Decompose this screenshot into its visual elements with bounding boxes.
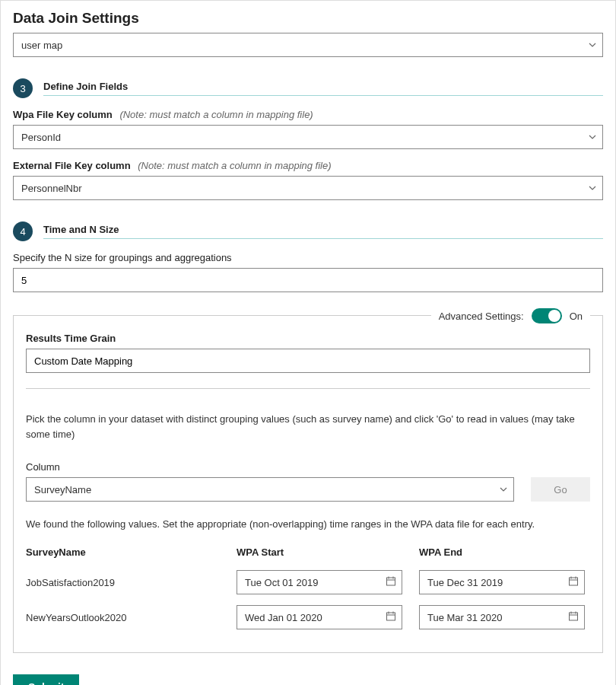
external-key-field-block: External File Key column (Note: must mat… — [13, 160, 603, 200]
wpa-key-label: Wpa File Key column (Note: must match a … — [13, 109, 603, 120]
step-4-badge: 4 — [13, 221, 33, 241]
column-instructions: Pick the column in your dataset with dis… — [26, 412, 590, 441]
toggle-state-label: On — [570, 311, 583, 322]
wpa-key-note: (Note: must match a column in mapping fi… — [119, 109, 313, 120]
row-name: JobSatisfaction2019 — [26, 577, 220, 588]
toggle-knob — [548, 310, 560, 322]
nsize-field-block: Specify the N size for groupings and agg… — [13, 252, 603, 292]
table-row: JobSatisfaction2019 Tue Oct 01 2019 — [26, 570, 590, 594]
external-key-value: PersonnelNbr — [21, 183, 82, 194]
found-values-text: We found the following values. Set the a… — [26, 518, 590, 530]
advanced-settings-toggle[interactable] — [532, 308, 562, 323]
wpa-key-select[interactable]: PersonId — [13, 125, 603, 149]
table-row: NewYearsOutlook2020 Wed Jan 01 2020 — [26, 605, 590, 629]
wpa-end-date-picker[interactable]: Tue Mar 31 2020 — [419, 605, 585, 629]
external-key-select[interactable]: PersonnelNbr — [13, 176, 603, 200]
submit-button[interactable]: Submit — [13, 674, 79, 685]
th-wpa-end: WPA End — [419, 546, 585, 558]
column-mapping-subpanel: Pick the column in your dataset with dis… — [26, 388, 590, 629]
step-3-title: Define Join Fields — [43, 81, 128, 92]
step-3-badge: 3 — [13, 78, 33, 98]
external-key-note: (Note: must match a column in mapping fi… — [138, 160, 331, 171]
wpa-start-value: Tue Oct 01 2019 — [245, 577, 318, 588]
wpa-end-date-picker[interactable]: Tue Dec 31 2019 — [419, 570, 585, 594]
step-4-header: 4 Time and N Size — [13, 221, 603, 241]
wpa-end-value: Tue Mar 31 2020 — [427, 612, 503, 623]
column-select[interactable]: SurveyName — [26, 477, 514, 502]
go-button[interactable]: Go — [531, 477, 590, 502]
top-mapping-value: user map — [21, 40, 62, 51]
step-3-header: 3 Define Join Fields — [13, 78, 603, 98]
date-mapping-table: SurveyName WPA Start WPA End JobSatisfac… — [26, 546, 590, 629]
external-key-label-text: External File Key column — [13, 160, 131, 171]
column-label: Column — [26, 461, 514, 473]
results-time-grain-input[interactable] — [26, 349, 590, 373]
wpa-start-date-picker[interactable]: Wed Jan 01 2020 — [237, 605, 402, 629]
results-time-grain-label: Results Time Grain — [26, 333, 590, 344]
advanced-settings-panel: Advanced Settings: On Results Time Grain… — [13, 315, 603, 653]
advanced-settings-legend: Advanced Settings: On — [431, 308, 590, 323]
wpa-end-value: Tue Dec 31 2019 — [427, 577, 503, 588]
page-title: Data Join Settings — [13, 10, 603, 27]
column-value: SurveyName — [34, 484, 91, 495]
top-mapping-select[interactable]: user map — [13, 33, 603, 57]
wpa-start-date-picker[interactable]: Tue Oct 01 2019 — [237, 570, 402, 594]
advanced-settings-label: Advanced Settings: — [439, 311, 524, 322]
nsize-input[interactable] — [13, 268, 603, 292]
th-wpa-start: WPA Start — [237, 546, 402, 558]
wpa-key-label-text: Wpa File Key column — [13, 109, 113, 120]
wpa-key-value: PersonId — [21, 132, 61, 143]
nsize-label: Specify the N size for groupings and agg… — [13, 252, 603, 263]
data-join-settings-page: Data Join Settings user map 3 Define Joi… — [0, 0, 616, 685]
wpa-key-field-block: Wpa File Key column (Note: must match a … — [13, 109, 603, 149]
wpa-start-value: Wed Jan 01 2020 — [245, 612, 322, 623]
th-surveyname: SurveyName — [26, 546, 220, 558]
step-4-title: Time and N Size — [43, 224, 119, 235]
external-key-label: External File Key column (Note: must mat… — [13, 160, 603, 171]
row-name: NewYearsOutlook2020 — [26, 612, 220, 623]
